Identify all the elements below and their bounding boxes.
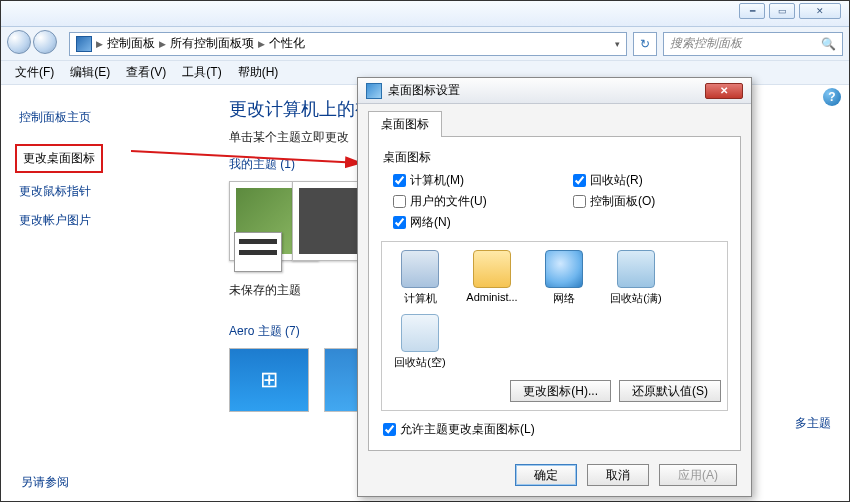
icon-item-recycle-empty[interactable]: 回收站(空) [388,314,452,370]
personalization-window: ━ ▭ ✕ ▶ 控制面板 ▶ 所有控制面板项 ▶ 个性化 ▾ ↻ 搜索控制面板 … [0,0,850,502]
checkbox-label: 控制面板(O) [590,193,655,210]
maximize-button[interactable]: ▭ [769,3,795,19]
icon-item-recycle-full[interactable]: 回收站(满) [604,250,668,306]
restore-default-button[interactable]: 还原默认值(S) [619,380,721,402]
tab-panel: 桌面图标 计算机(M) 回收站(R) 用户的文件(U) [368,136,741,451]
dialog-body: 桌面图标 桌面图标 计算机(M) 回收站(R) 用户的文件(U) [358,104,751,461]
checkbox-input[interactable] [573,195,586,208]
close-button[interactable]: ✕ [799,3,841,19]
icon-label: 计算机 [404,292,437,304]
sidebar-item-home[interactable]: 控制面板主页 [15,103,197,132]
checkbox-recycle-bin[interactable]: 回收站(R) [573,172,723,189]
sidebar: 控制面板主页 更改桌面图标 更改鼠标指针 更改帐户图片 [1,85,211,501]
checkbox-input[interactable] [393,216,406,229]
refresh-button[interactable]: ↻ [633,32,657,56]
checkbox-label: 网络(N) [410,214,451,231]
breadcrumb-item[interactable]: 所有控制面板项 [170,35,254,52]
change-icon-button[interactable]: 更改图标(H)... [510,380,611,402]
window-controls: ━ ▭ ✕ [739,3,841,19]
checkbox-input[interactable] [573,174,586,187]
sidebar-item-change-account-pic[interactable]: 更改帐户图片 [15,206,197,235]
aero-theme-thumbnail[interactable]: ⊞ [229,348,309,412]
icon-label: Administ... [466,291,517,303]
search-placeholder: 搜索控制面板 [670,35,742,52]
sidebar-item-change-desktop-icons[interactable]: 更改桌面图标 [15,144,103,173]
dialog-titlebar: 桌面图标设置 ✕ [358,78,751,104]
icon-preview-box: 计算机 Administ... 网络 回收站(满) [381,241,728,411]
checkbox-label: 回收站(R) [590,172,643,189]
sidebar-see-also: 另请参阅 [21,474,69,491]
recycle-bin-empty-icon [401,314,439,352]
network-icon [545,250,583,288]
chevron-right-icon: ▶ [96,39,103,49]
checkbox-group: 计算机(M) 回收站(R) 用户的文件(U) 控制面板(O) [393,172,728,231]
ok-button[interactable]: 确定 [515,464,577,486]
more-themes-link[interactable]: 多主题 [795,415,831,432]
cancel-button[interactable]: 取消 [587,464,649,486]
search-icon: 🔍 [821,37,836,51]
group-label: 桌面图标 [383,149,728,166]
desktop-icon-settings-dialog: 桌面图标设置 ✕ 桌面图标 桌面图标 计算机(M) 回收站(R) [357,77,752,497]
menu-tools[interactable]: 工具(T) [174,61,229,84]
menu-help[interactable]: 帮助(H) [230,61,287,84]
checkbox-input[interactable] [393,195,406,208]
icon-item-admin[interactable]: Administ... [460,250,524,306]
tab-desktop-icons[interactable]: 桌面图标 [368,111,442,137]
nav-buttons [7,30,63,58]
apply-button[interactable]: 应用(A) [659,464,737,486]
icon-label: 回收站(空) [394,356,445,368]
theme-window-preview [234,232,282,272]
checkbox-input[interactable] [393,174,406,187]
minimize-button[interactable]: ━ [739,3,765,19]
sidebar-item-label: 更改桌面图标 [23,151,95,165]
dialog-icon [366,83,382,99]
checkbox-input[interactable] [383,423,396,436]
breadcrumb[interactable]: ▶ 控制面板 ▶ 所有控制面板项 ▶ 个性化 ▾ [69,32,627,56]
computer-icon [401,250,439,288]
back-button[interactable] [7,30,31,54]
menu-view[interactable]: 查看(V) [118,61,174,84]
user-folder-icon [473,250,511,288]
icon-label: 网络 [553,292,575,304]
recycle-bin-full-icon [617,250,655,288]
icon-item-computer[interactable]: 计算机 [388,250,452,306]
dialog-title: 桌面图标设置 [388,82,460,99]
search-input[interactable]: 搜索控制面板 🔍 [663,32,843,56]
chevron-right-icon: ▶ [159,39,166,49]
dialog-close-button[interactable]: ✕ [705,83,743,99]
menu-edit[interactable]: 编辑(E) [62,61,118,84]
menu-file[interactable]: 文件(F) [7,61,62,84]
checkbox-network[interactable]: 网络(N) [393,214,543,231]
icon-item-network[interactable]: 网络 [532,250,596,306]
address-bar: ▶ 控制面板 ▶ 所有控制面板项 ▶ 个性化 ▾ ↻ 搜索控制面板 🔍 [1,27,849,61]
checkbox-label: 计算机(M) [410,172,464,189]
sidebar-item-change-mouse[interactable]: 更改鼠标指针 [15,177,197,206]
dialog-footer-buttons: 确定 取消 应用(A) [515,464,737,486]
checkbox-label: 允许主题更改桌面图标(L) [400,421,535,438]
chevron-right-icon: ▶ [258,39,265,49]
control-panel-icon [76,36,92,52]
titlebar: ━ ▭ ✕ [1,1,849,27]
breadcrumb-item[interactable]: 个性化 [269,35,305,52]
forward-button[interactable] [33,30,57,54]
icon-label: 回收站(满) [610,292,661,304]
checkbox-computer[interactable]: 计算机(M) [393,172,543,189]
checkbox-allow-themes[interactable]: 允许主题更改桌面图标(L) [383,421,728,438]
checkbox-control-panel[interactable]: 控制面板(O) [573,193,723,210]
windows-logo-icon: ⊞ [230,349,308,411]
checkbox-label: 用户的文件(U) [410,193,487,210]
breadcrumb-item[interactable]: 控制面板 [107,35,155,52]
checkbox-user-files[interactable]: 用户的文件(U) [393,193,543,210]
address-dropdown-icon[interactable]: ▾ [615,39,620,49]
